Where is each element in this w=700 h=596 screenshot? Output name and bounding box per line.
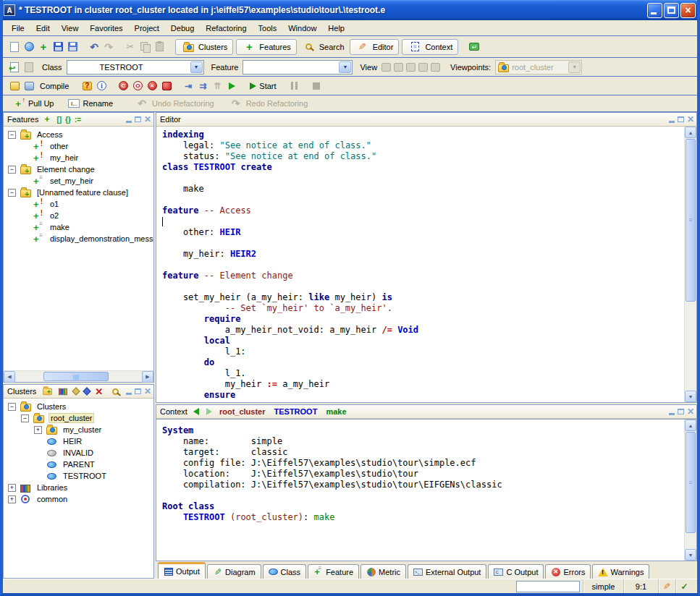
remove-breakpoints-icon[interactable]: × xyxy=(146,80,158,92)
features-tree-item-access[interactable]: −Access xyxy=(4,129,153,140)
rename-button[interactable]: I... Rename xyxy=(64,95,117,111)
status-filter-input[interactable] xyxy=(516,581,580,592)
feature-combobox-arrow-icon[interactable]: ▼ xyxy=(339,61,351,73)
compile-query-icon[interactable]: ? xyxy=(81,80,93,92)
view-clickable-icon[interactable] xyxy=(394,63,403,72)
class-combobox-arrow-icon[interactable]: ▼ xyxy=(190,61,203,73)
breakpoints-tool-icon[interactable] xyxy=(161,80,172,92)
features-close-icon[interactable]: ✕ xyxy=(144,116,151,123)
save-icon[interactable] xyxy=(52,41,64,53)
context-panel-header[interactable]: Context root_clusterTESTROOTmake ✕ xyxy=(156,405,696,419)
menu-file[interactable]: File xyxy=(6,22,30,35)
external-editor-icon[interactable] xyxy=(468,41,480,53)
clusters-tool-button[interactable]: Clusters xyxy=(175,39,233,55)
scroll-right-icon[interactable]: ▶ xyxy=(142,371,153,383)
scroll-up-icon[interactable]: ▲ xyxy=(685,127,696,138)
open-icon[interactable] xyxy=(23,41,35,53)
menu-edit[interactable]: Edit xyxy=(30,22,56,35)
clusters-tree-item-heir[interactable]: HEIR xyxy=(4,435,153,447)
step-into-icon[interactable]: ⇥ xyxy=(182,80,194,92)
remove-item-icon[interactable] xyxy=(72,387,80,395)
feature-new-icon[interactable]: + xyxy=(44,114,49,124)
feature-view-tool-icon-2[interactable]: := xyxy=(75,116,81,124)
search-cluster-icon[interactable] xyxy=(112,388,119,395)
tab-class[interactable]: Class xyxy=(263,564,307,579)
view-contract-icon[interactable] xyxy=(418,63,428,72)
clusters-tree-item-root-cluster[interactable]: −root_cluster xyxy=(4,412,153,424)
editor-vscrollbar[interactable]: ▲ ≡ ▼ xyxy=(684,127,696,402)
menu-debug[interactable]: Debug xyxy=(165,22,200,35)
editor-close-icon[interactable]: ✕ xyxy=(687,116,694,123)
context-output-area[interactable]: System name: simple target: classic conf… xyxy=(156,420,684,561)
search-tool-button[interactable]: Search xyxy=(298,39,348,55)
context-maximize-icon[interactable] xyxy=(678,409,684,414)
step-over-icon[interactable]: ⇉ xyxy=(197,80,208,92)
editor-tool-button[interactable]: ✎Editor xyxy=(350,39,400,55)
collapse-icon[interactable]: − xyxy=(8,131,16,139)
disable-breakpoints-icon[interactable]: O xyxy=(132,80,143,92)
expand-icon[interactable]: + xyxy=(34,426,42,434)
features-tool-button[interactable]: +Features xyxy=(236,39,296,55)
tab-metric[interactable]: Metric xyxy=(360,564,406,579)
tab-diagram[interactable]: ✎Diagram xyxy=(207,564,261,579)
close-button[interactable]: × xyxy=(680,3,696,18)
pull-up-button[interactable]: + Pull Up xyxy=(7,95,57,111)
tab-errors[interactable]: ✕Errors xyxy=(545,564,591,579)
features-tree-item-o2[interactable]: +o2 xyxy=(4,210,153,221)
clusters-tree-item-parent[interactable]: PARENT xyxy=(4,459,153,470)
tab-output[interactable]: Output xyxy=(158,562,206,579)
features-panel-header[interactable]: Features + []{}:= ✕ xyxy=(4,113,153,127)
viewpoints-combobox[interactable]: root_cluster ▼ xyxy=(495,60,582,74)
new-window-icon[interactable] xyxy=(9,41,20,53)
features-tree-item-o1[interactable]: +o1 xyxy=(4,198,153,210)
features-tree-item-unnamed-feature-clause[interactable]: −[Unnamed feature clause] xyxy=(4,187,153,198)
collapse-icon[interactable]: − xyxy=(21,414,29,422)
collapse-icon[interactable]: − xyxy=(8,166,16,174)
maximize-button[interactable] xyxy=(664,3,679,18)
start-button[interactable]: Start xyxy=(246,78,279,94)
editor-maximize-icon[interactable] xyxy=(678,116,684,122)
tab-c-output[interactable]: CC Output xyxy=(488,564,544,579)
clusters-tree-item-common[interactable]: +common xyxy=(4,493,153,505)
scroll-left-icon[interactable]: ◀ xyxy=(4,371,15,383)
feature-view-tool-icon-1[interactable]: {} xyxy=(65,116,71,124)
menu-window[interactable]: Window xyxy=(282,22,322,35)
add-item-icon[interactable] xyxy=(83,387,91,395)
editable-state-button[interactable]: ✎ xyxy=(658,579,675,593)
clusters-maximize-icon[interactable] xyxy=(135,388,141,394)
clusters-panel-header[interactable]: Clusters ✕ ✕ xyxy=(4,385,153,399)
menu-favorites[interactable]: Favorites xyxy=(84,22,128,35)
back-to-doc-icon[interactable] xyxy=(9,61,20,73)
features-hscroll-thumb[interactable]: |||| xyxy=(43,372,109,381)
delete-icon[interactable]: ✕ xyxy=(95,386,103,397)
cut-icon[interactable]: ✂ xyxy=(125,41,136,53)
features-tree-item-my-heir[interactable]: +my_heir xyxy=(4,152,153,163)
features-tree-item-display-demonstration-messa[interactable]: +display_demonstration_messa xyxy=(4,233,153,244)
menu-view[interactable]: View xyxy=(56,22,85,35)
editor-code-area[interactable]: indexing legal: "See notice at end of cl… xyxy=(156,127,684,402)
save-all-icon[interactable] xyxy=(67,41,78,53)
paste-icon[interactable] xyxy=(153,41,165,53)
collapse-icon[interactable]: − xyxy=(8,403,16,411)
feature-view-tool-icon-0[interactable]: [] xyxy=(56,116,62,124)
context-vscroll-thumb[interactable]: ≡ xyxy=(686,432,696,533)
collapse-icon[interactable]: − xyxy=(8,189,16,197)
redo-icon[interactable]: ↷ xyxy=(103,41,114,53)
expand-icon[interactable]: + xyxy=(8,495,16,503)
tab-external-output[interactable]: >_External Output xyxy=(408,564,486,579)
compiled-state-button[interactable]: ✓ xyxy=(675,579,693,593)
context-crumb-root-cluster[interactable]: root_cluster xyxy=(219,407,266,416)
editor-minimize-icon[interactable] xyxy=(669,121,675,123)
context-vscrollbar[interactable]: ▲ ≡ ▼ xyxy=(684,420,696,561)
title-bar[interactable]: A * TESTROOT in cluster root_cluster loc… xyxy=(0,0,700,20)
freeze-icon[interactable] xyxy=(23,80,35,92)
context-crumb-make[interactable]: make xyxy=(326,407,346,416)
editor-vscroll-thumb[interactable]: ≡ xyxy=(686,139,696,302)
clusters-tree-item-my-cluster[interactable]: +my_cluster xyxy=(4,424,153,435)
features-tree-item-make[interactable]: +make xyxy=(4,221,153,233)
tab-warnings[interactable]: Warnings xyxy=(592,564,649,579)
ctx-scroll-up-icon[interactable]: ▲ xyxy=(685,420,696,431)
features-minimize-icon[interactable] xyxy=(126,121,132,123)
context-close-icon[interactable]: ✕ xyxy=(687,408,694,415)
ctx-scroll-down-icon[interactable]: ▼ xyxy=(685,549,696,561)
